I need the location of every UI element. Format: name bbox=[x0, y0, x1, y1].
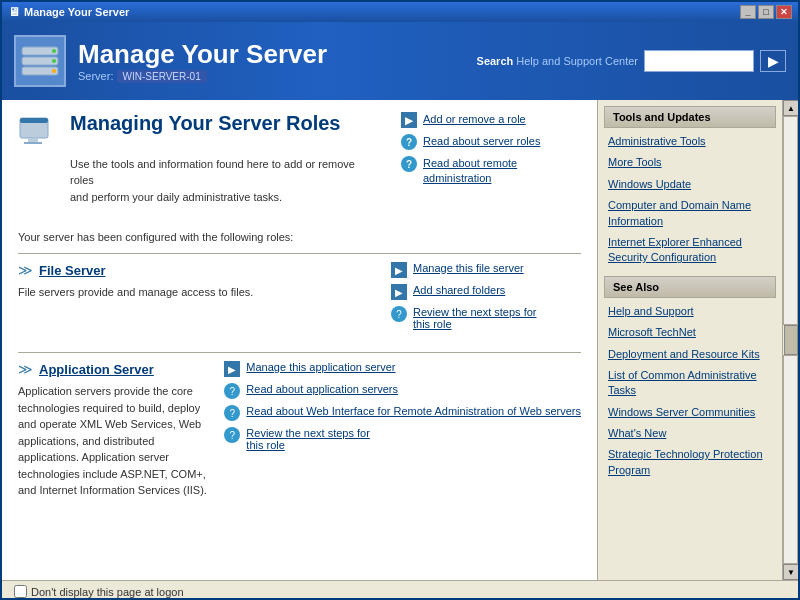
app-server-left: ≫ Application Server Application servers… bbox=[18, 361, 208, 507]
search-button[interactable]: ▶ bbox=[760, 50, 786, 72]
question-icon-roles: ? bbox=[401, 134, 417, 150]
content-area: Managing Your Server Roles Use the tools… bbox=[2, 100, 597, 580]
scroll-track-bottom bbox=[783, 355, 798, 564]
action-add-role: ▶ Add or remove a role bbox=[401, 112, 581, 128]
app-server-title[interactable]: Application Server bbox=[39, 362, 154, 377]
close-button[interactable]: ✕ bbox=[776, 5, 792, 19]
arrow-icon-shared: ▶ bbox=[391, 284, 407, 300]
file-server-desc: File servers provide and manage access t… bbox=[18, 284, 318, 301]
file-server-left: ≫ File Server File servers provide and m… bbox=[18, 262, 375, 309]
whats-new-link[interactable]: What's New bbox=[604, 424, 776, 443]
svg-rect-8 bbox=[28, 138, 38, 142]
question-icon-remote: ? bbox=[401, 156, 417, 172]
maximize-button[interactable]: □ bbox=[758, 5, 774, 19]
scroll-up-button[interactable]: ▲ bbox=[783, 100, 799, 116]
scroll-down-button[interactable]: ▼ bbox=[783, 564, 799, 580]
app-review-link[interactable]: Review the next steps for this role bbox=[246, 427, 370, 451]
file-review-link[interactable]: Review the next steps for this role bbox=[413, 306, 537, 330]
ie-enhanced-link[interactable]: Internet Explorer Enhanced Security Conf… bbox=[604, 233, 776, 268]
see-also-section: See Also Help and Support Microsoft Tech… bbox=[604, 276, 776, 481]
titlebar: 🖥 Manage Your Server _ □ ✕ bbox=[2, 2, 798, 22]
header-subtitle: Server: WIN-SERVER-01 bbox=[78, 70, 327, 82]
question-icon-app-web: ? bbox=[224, 405, 240, 421]
arrow-icon-add: ▶ bbox=[401, 112, 417, 128]
sidebar: Tools and Updates Administrative Tools M… bbox=[597, 100, 782, 580]
communities-link[interactable]: Windows Server Communities bbox=[604, 403, 776, 422]
app-server-desc: Application servers provide the core tec… bbox=[18, 383, 208, 499]
see-also-header: See Also bbox=[604, 276, 776, 298]
technet-link[interactable]: Microsoft TechNet bbox=[604, 323, 776, 342]
svg-point-5 bbox=[52, 69, 56, 73]
action-read-remote: ? Read about remote administration bbox=[401, 156, 581, 187]
file-server-title[interactable]: File Server bbox=[39, 263, 106, 278]
app-action-review: ? Review the next steps for this role bbox=[224, 427, 581, 451]
titlebar-controls: _ □ ✕ bbox=[740, 5, 792, 19]
app-action-web: ? Read about Web Interface for Remote Ad… bbox=[224, 405, 581, 421]
bottombar: Don't display this page at logon bbox=[2, 580, 798, 600]
managing-desc: Use the tools and information found here… bbox=[70, 139, 369, 205]
manage-app-server-link[interactable]: Manage this application server bbox=[246, 361, 395, 373]
header-title: Manage Your Server bbox=[78, 40, 327, 69]
add-role-link[interactable]: Add or remove a role bbox=[423, 112, 526, 127]
svg-point-4 bbox=[52, 59, 56, 63]
read-roles-link[interactable]: Read about server roles bbox=[423, 134, 540, 149]
header-search: Search Help and Support Center ▶ bbox=[477, 50, 786, 72]
scroll-track bbox=[783, 116, 798, 325]
role-app-server: ≫ Application Server Application servers… bbox=[18, 352, 581, 515]
header-title-area: Manage Your Server Server: WIN-SERVER-01 bbox=[78, 40, 327, 83]
deployment-link[interactable]: Deployment and Resource Kits bbox=[604, 345, 776, 364]
file-server-actions: ▶ Manage this file server ▶ Add shared f… bbox=[391, 262, 581, 336]
header-left: Manage Your Server Server: WIN-SERVER-01 bbox=[14, 35, 327, 87]
file-action-review: ? Review the next steps for this role bbox=[391, 306, 581, 330]
server-icon bbox=[14, 35, 66, 87]
server-svg bbox=[18, 39, 62, 83]
svg-point-3 bbox=[52, 49, 56, 53]
header: Manage Your Server Server: WIN-SERVER-01… bbox=[2, 22, 798, 100]
svg-rect-7 bbox=[20, 118, 48, 123]
add-shared-folders-link[interactable]: Add shared folders bbox=[413, 284, 505, 296]
help-support-link[interactable]: Help and Support bbox=[604, 302, 776, 321]
file-action-shared: ▶ Add shared folders bbox=[391, 284, 581, 300]
minimize-button[interactable]: _ bbox=[740, 5, 756, 19]
top-actions: ▶ Add or remove a role ? Read about serv… bbox=[401, 112, 581, 193]
scroll-thumb[interactable] bbox=[784, 325, 798, 355]
titlebar-left: 🖥 Manage Your Server bbox=[8, 5, 129, 19]
role-file-server: ≫ File Server File servers provide and m… bbox=[18, 253, 581, 344]
search-input[interactable] bbox=[644, 50, 754, 72]
read-remote-link[interactable]: Read about remote administration bbox=[423, 156, 581, 187]
svg-rect-9 bbox=[24, 142, 42, 144]
managing-title: Managing Your Server Roles bbox=[70, 112, 369, 135]
read-app-servers-link[interactable]: Read about application servers bbox=[246, 383, 398, 395]
action-read-roles: ? Read about server roles bbox=[401, 134, 581, 150]
roles-configured-text: Your server has been configured with the… bbox=[18, 231, 581, 243]
titlebar-title: Manage Your Server bbox=[24, 6, 129, 18]
app-server-chevron-icon: ≫ bbox=[18, 361, 33, 377]
strategic-link[interactable]: Strategic Technology Protection Program bbox=[604, 445, 776, 480]
server-label: Server: bbox=[78, 70, 113, 82]
common-admin-link[interactable]: List of Common Administrative Tasks bbox=[604, 366, 776, 401]
computer-domain-link[interactable]: Computer and Domain Name Information bbox=[604, 196, 776, 231]
main-layout: Managing Your Server Roles Use the tools… bbox=[2, 100, 798, 580]
see-also-links: Help and Support Microsoft TechNet Deplo… bbox=[604, 302, 776, 481]
no-display-checkbox[interactable] bbox=[14, 585, 27, 598]
file-server-header: ≫ File Server bbox=[18, 262, 375, 278]
admin-tools-link[interactable]: Administrative Tools bbox=[604, 132, 776, 151]
server-value: WIN-SERVER-01 bbox=[117, 70, 207, 83]
file-server-chevron-icon: ≫ bbox=[18, 262, 33, 278]
arrow-icon-manage-file: ▶ bbox=[391, 262, 407, 278]
more-tools-link[interactable]: More Tools bbox=[604, 153, 776, 172]
app-action-manage: ▶ Manage this application server bbox=[224, 361, 581, 377]
file-action-manage: ▶ Manage this file server bbox=[391, 262, 581, 278]
no-display-label: Don't display this page at logon bbox=[31, 586, 184, 598]
app-server-actions: ▶ Manage this application server ? Read … bbox=[224, 361, 581, 457]
search-label: Search Help and Support Center bbox=[477, 55, 638, 67]
manage-file-server-link[interactable]: Manage this file server bbox=[413, 262, 524, 274]
web-interface-link[interactable]: Read about Web Interface for Remote Admi… bbox=[246, 405, 581, 417]
question-icon-file-review: ? bbox=[391, 306, 407, 322]
arrow-icon-manage-app: ▶ bbox=[224, 361, 240, 377]
scrollbar[interactable]: ▲ ▼ bbox=[782, 100, 798, 580]
no-display-checkbox-area: Don't display this page at logon bbox=[14, 585, 184, 598]
question-icon-app-review: ? bbox=[224, 427, 240, 443]
windows-update-link[interactable]: Windows Update bbox=[604, 175, 776, 194]
tools-updates-header: Tools and Updates bbox=[604, 106, 776, 128]
